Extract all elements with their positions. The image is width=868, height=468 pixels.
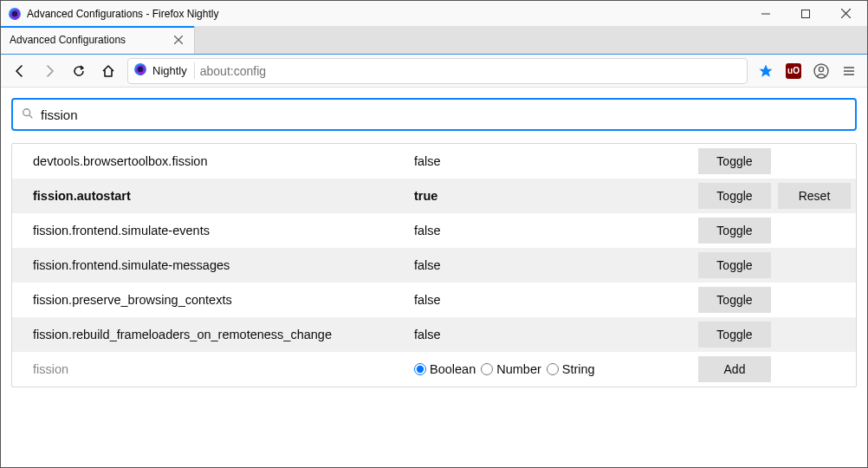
pref-value: true bbox=[414, 189, 691, 203]
svg-point-11 bbox=[819, 67, 823, 71]
pref-name: fission.rebuild_frameloaders_on_remotene… bbox=[33, 328, 414, 341]
pref-row: fission.frontend.simulate-messagesfalseT… bbox=[12, 248, 856, 283]
svg-point-17 bbox=[23, 108, 30, 115]
pref-name: fission.frontend.simulate-events bbox=[33, 224, 414, 237]
bookmark-star-icon[interactable] bbox=[753, 59, 779, 83]
svg-rect-3 bbox=[802, 10, 810, 17]
type-radio[interactable] bbox=[547, 363, 559, 375]
pref-name: devtools.browsertoolbox.fission bbox=[33, 154, 414, 168]
firefox-nightly-icon bbox=[8, 7, 22, 21]
close-button[interactable] bbox=[826, 1, 865, 27]
aboutconfig-content: devtools.browsertoolbox.fissionfalseTogg… bbox=[1, 88, 867, 467]
toggle-button[interactable]: Toggle bbox=[698, 183, 771, 209]
tab-strip: Advanced Configurations bbox=[1, 27, 867, 55]
forward-button[interactable] bbox=[36, 58, 63, 84]
type-radio[interactable] bbox=[414, 363, 426, 375]
pref-value: false bbox=[414, 293, 691, 307]
pref-name: fission.autostart bbox=[33, 189, 414, 203]
type-label: Boolean bbox=[430, 362, 476, 376]
pref-name: fission.preserve_browsing_contexts bbox=[33, 293, 414, 307]
pref-value: false bbox=[414, 154, 691, 168]
pref-row: fission.frontend.simulate-eventsfalseTog… bbox=[12, 213, 856, 248]
tab-label: Advanced Configurations bbox=[10, 34, 172, 46]
pref-row: fission.preserve_browsing_contextsfalseT… bbox=[12, 283, 856, 317]
new-pref-name: fission bbox=[33, 362, 414, 376]
hamburger-menu-icon[interactable] bbox=[836, 59, 862, 83]
type-option-string[interactable]: String bbox=[547, 362, 595, 376]
type-label: Number bbox=[496, 362, 541, 376]
type-option-number[interactable]: Number bbox=[481, 362, 541, 376]
svg-line-18 bbox=[29, 114, 33, 118]
pref-row: fission.autostarttrueToggleReset bbox=[12, 179, 856, 213]
new-pref-type-radios: BooleanNumberString bbox=[414, 362, 691, 376]
firefox-nightly-icon bbox=[133, 62, 147, 79]
tab-close-icon[interactable] bbox=[172, 33, 185, 47]
prefs-table: devtools.browsertoolbox.fissionfalseTogg… bbox=[11, 143, 857, 387]
reload-button[interactable] bbox=[65, 58, 93, 84]
svg-point-9 bbox=[138, 67, 143, 72]
type-label: String bbox=[562, 362, 595, 376]
search-icon bbox=[22, 107, 34, 122]
toggle-button[interactable]: Toggle bbox=[698, 218, 771, 244]
ublock-icon[interactable]: uO bbox=[781, 59, 806, 83]
maximize-button[interactable] bbox=[786, 1, 826, 27]
pref-row: fission.rebuild_frameloaders_on_remotene… bbox=[12, 317, 856, 352]
window-titlebar: Advanced Configurations - Firefox Nightl… bbox=[1, 1, 867, 27]
back-button[interactable] bbox=[6, 58, 34, 84]
type-radio[interactable] bbox=[481, 363, 493, 375]
url-text: about:config bbox=[200, 64, 742, 78]
svg-point-1 bbox=[12, 10, 17, 16]
reset-button[interactable]: Reset bbox=[778, 183, 851, 209]
add-button[interactable]: Add bbox=[698, 356, 771, 382]
type-option-boolean[interactable]: Boolean bbox=[414, 362, 476, 376]
pref-name: fission.frontend.simulate-messages bbox=[33, 258, 414, 272]
minimize-button[interactable] bbox=[746, 1, 786, 27]
nav-toolbar: Nightly about:config uO bbox=[1, 55, 867, 88]
pref-value: false bbox=[414, 224, 691, 237]
toggle-button[interactable]: Toggle bbox=[698, 287, 771, 313]
new-pref-row: fissionBooleanNumberStringAdd bbox=[12, 352, 856, 387]
identity-label: Nightly bbox=[152, 64, 187, 77]
toggle-button[interactable]: Toggle bbox=[698, 322, 771, 348]
window-controls bbox=[746, 1, 865, 27]
toggle-button[interactable]: Toggle bbox=[698, 148, 771, 174]
pref-row: devtools.browsertoolbox.fissionfalseTogg… bbox=[12, 144, 856, 179]
account-icon[interactable] bbox=[808, 59, 834, 83]
identity-box[interactable]: Nightly bbox=[133, 62, 195, 79]
window-title: Advanced Configurations - Firefox Nightl… bbox=[27, 8, 746, 20]
url-bar[interactable]: Nightly about:config bbox=[127, 58, 748, 84]
pref-search-box[interactable] bbox=[11, 98, 857, 131]
pref-value: false bbox=[414, 258, 691, 272]
toggle-button[interactable]: Toggle bbox=[698, 252, 771, 278]
tab-advanced-configurations[interactable]: Advanced Configurations bbox=[1, 26, 195, 54]
home-button[interactable] bbox=[94, 58, 122, 84]
pref-value: false bbox=[414, 328, 691, 341]
pref-search-input[interactable] bbox=[41, 107, 846, 122]
